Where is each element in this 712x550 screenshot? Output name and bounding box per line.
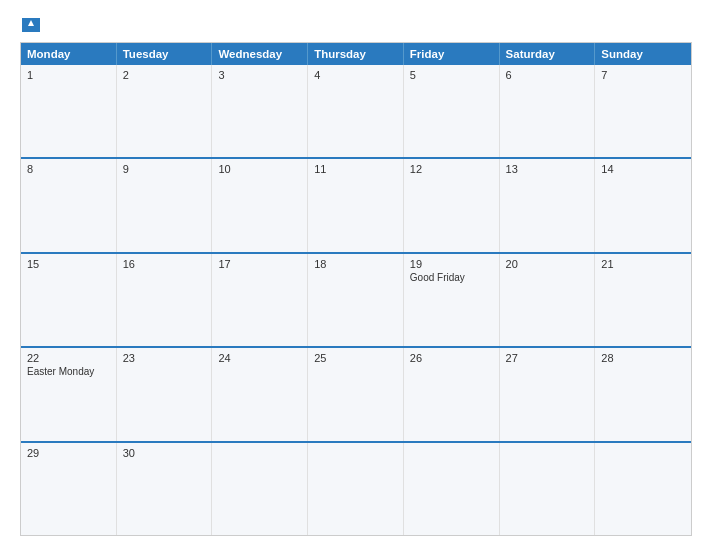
weekday-header-sunday: Sunday bbox=[595, 43, 691, 65]
day-number: 4 bbox=[314, 69, 397, 81]
day-number: 12 bbox=[410, 163, 493, 175]
day-number: 5 bbox=[410, 69, 493, 81]
day-number: 26 bbox=[410, 352, 493, 364]
calendar-cell: 27 bbox=[500, 348, 596, 440]
calendar-week-3: 1516171819Good Friday2021 bbox=[21, 252, 691, 346]
day-number: 29 bbox=[27, 447, 110, 459]
calendar-cell: 10 bbox=[212, 159, 308, 251]
day-number: 27 bbox=[506, 352, 589, 364]
header bbox=[20, 18, 692, 32]
calendar-cell: 24 bbox=[212, 348, 308, 440]
weekday-header-thursday: Thursday bbox=[308, 43, 404, 65]
day-number: 23 bbox=[123, 352, 206, 364]
calendar-cell: 12 bbox=[404, 159, 500, 251]
day-number: 3 bbox=[218, 69, 301, 81]
day-number: 20 bbox=[506, 258, 589, 270]
calendar-cell: 29 bbox=[21, 443, 117, 535]
calendar-cell: 25 bbox=[308, 348, 404, 440]
day-number: 16 bbox=[123, 258, 206, 270]
day-number: 10 bbox=[218, 163, 301, 175]
calendar-cell: 21 bbox=[595, 254, 691, 346]
day-number: 17 bbox=[218, 258, 301, 270]
calendar-cell: 7 bbox=[595, 65, 691, 157]
holiday-label: Good Friday bbox=[410, 272, 493, 283]
calendar-week-5: 2930 bbox=[21, 441, 691, 535]
calendar-cell: 6 bbox=[500, 65, 596, 157]
calendar-cell: 15 bbox=[21, 254, 117, 346]
calendar-cell: 13 bbox=[500, 159, 596, 251]
calendar-cell: 8 bbox=[21, 159, 117, 251]
day-number: 6 bbox=[506, 69, 589, 81]
calendar-cell: 26 bbox=[404, 348, 500, 440]
day-number: 2 bbox=[123, 69, 206, 81]
holiday-label: Easter Monday bbox=[27, 366, 110, 377]
calendar-cell: 2 bbox=[117, 65, 213, 157]
calendar-cell: 22Easter Monday bbox=[21, 348, 117, 440]
day-number: 22 bbox=[27, 352, 110, 364]
day-number: 14 bbox=[601, 163, 685, 175]
calendar-cell bbox=[500, 443, 596, 535]
page: MondayTuesdayWednesdayThursdayFridaySatu… bbox=[0, 0, 712, 550]
calendar-cell: 17 bbox=[212, 254, 308, 346]
calendar-week-2: 891011121314 bbox=[21, 157, 691, 251]
calendar-body: 12345678910111213141516171819Good Friday… bbox=[21, 65, 691, 535]
weekday-header-wednesday: Wednesday bbox=[212, 43, 308, 65]
calendar-cell: 30 bbox=[117, 443, 213, 535]
calendar-week-4: 22Easter Monday232425262728 bbox=[21, 346, 691, 440]
day-number: 7 bbox=[601, 69, 685, 81]
day-number: 1 bbox=[27, 69, 110, 81]
calendar-week-1: 1234567 bbox=[21, 65, 691, 157]
weekday-header-tuesday: Tuesday bbox=[117, 43, 213, 65]
day-number: 25 bbox=[314, 352, 397, 364]
calendar-cell: 11 bbox=[308, 159, 404, 251]
weekday-header-monday: Monday bbox=[21, 43, 117, 65]
calendar-cell: 9 bbox=[117, 159, 213, 251]
day-number: 30 bbox=[123, 447, 206, 459]
calendar-cell: 23 bbox=[117, 348, 213, 440]
weekday-header-friday: Friday bbox=[404, 43, 500, 65]
calendar-cell: 3 bbox=[212, 65, 308, 157]
day-number: 18 bbox=[314, 258, 397, 270]
calendar-cell: 4 bbox=[308, 65, 404, 157]
calendar-cell: 19Good Friday bbox=[404, 254, 500, 346]
day-number: 21 bbox=[601, 258, 685, 270]
calendar: MondayTuesdayWednesdayThursdayFridaySatu… bbox=[20, 42, 692, 536]
weekday-header-saturday: Saturday bbox=[500, 43, 596, 65]
logo-flag-icon bbox=[22, 18, 40, 32]
calendar-cell bbox=[212, 443, 308, 535]
calendar-cell bbox=[308, 443, 404, 535]
calendar-header-row: MondayTuesdayWednesdayThursdayFridaySatu… bbox=[21, 43, 691, 65]
calendar-cell: 16 bbox=[117, 254, 213, 346]
day-number: 9 bbox=[123, 163, 206, 175]
day-number: 11 bbox=[314, 163, 397, 175]
calendar-cell: 5 bbox=[404, 65, 500, 157]
calendar-cell: 14 bbox=[595, 159, 691, 251]
day-number: 28 bbox=[601, 352, 685, 364]
logo bbox=[20, 18, 40, 32]
day-number: 15 bbox=[27, 258, 110, 270]
day-number: 19 bbox=[410, 258, 493, 270]
calendar-cell bbox=[404, 443, 500, 535]
calendar-cell bbox=[595, 443, 691, 535]
day-number: 24 bbox=[218, 352, 301, 364]
calendar-cell: 28 bbox=[595, 348, 691, 440]
calendar-cell: 18 bbox=[308, 254, 404, 346]
calendar-cell: 20 bbox=[500, 254, 596, 346]
calendar-cell: 1 bbox=[21, 65, 117, 157]
day-number: 8 bbox=[27, 163, 110, 175]
day-number: 13 bbox=[506, 163, 589, 175]
